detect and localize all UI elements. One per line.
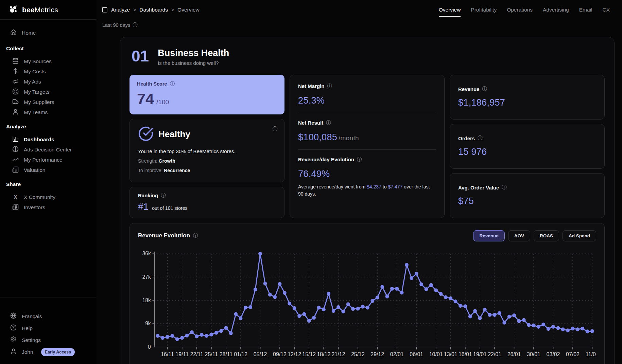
- svg-text:09/12: 09/12: [273, 351, 287, 358]
- section-header: 01 Business Health Is the business doing…: [129, 46, 605, 66]
- health-score-card[interactable]: Health Score ⓘ 74 /100: [129, 75, 284, 114]
- orders-card: Orders ⓘ 15 976: [450, 124, 605, 169]
- ad-spend-toggle-button[interactable]: Ad Spend: [563, 230, 596, 241]
- info-icon[interactable]: ⓘ: [482, 86, 487, 92]
- svg-text:01/12: 01/12: [234, 351, 247, 358]
- info-icon[interactable]: ⓘ: [273, 126, 277, 132]
- sidebar-item-investors[interactable]: Investors: [0, 202, 96, 213]
- revenue-day-value: 76.49%: [298, 169, 436, 179]
- tab-overview[interactable]: Overview: [439, 7, 461, 17]
- svg-text:18k: 18k: [142, 297, 151, 303]
- help-button[interactable]: Help: [0, 322, 96, 334]
- svg-text:28/11: 28/11: [220, 351, 233, 358]
- info-icon[interactable]: ⓘ: [161, 193, 166, 199]
- sidebar-item-label: My Costs: [24, 69, 46, 75]
- trending-up-icon: [12, 156, 19, 164]
- svg-text:9k: 9k: [145, 321, 151, 327]
- info-icon[interactable]: ⓘ: [193, 233, 198, 239]
- svg-text:27k: 27k: [142, 274, 151, 280]
- health-score-value: 74: [137, 90, 154, 108]
- sidebar-item-my-sources[interactable]: My Sources: [0, 56, 96, 67]
- revenue-day-note: Average revenue/day went from $4,237 to …: [298, 183, 436, 198]
- revenue-evolution-chart[interactable]: 09k18k27k36k16/1119/1122/1125/1128/1101/…: [138, 249, 596, 364]
- app-window: beeMetrics Home Collect My Sources My Co…: [0, 0, 622, 364]
- tab-profitability[interactable]: Profitability: [471, 7, 497, 17]
- sidebar-item-label: Valuation: [24, 167, 45, 173]
- early-access-badge: Early Access: [41, 348, 75, 356]
- revenue-value: $1,186,957: [458, 97, 596, 108]
- panel-left-icon[interactable]: [102, 7, 108, 13]
- database-icon: [12, 58, 19, 66]
- net-result-label: Net Result: [298, 120, 323, 126]
- sidebar-item-my-performance[interactable]: My Performance: [0, 155, 96, 165]
- sidebar-item-my-targets[interactable]: My Targets: [0, 87, 96, 97]
- sidebar-item-label: My Targets: [24, 89, 50, 95]
- sidebar-item-my-ads[interactable]: My Ads: [0, 77, 96, 87]
- net-margin-label: Net Margin: [298, 83, 325, 89]
- left-column: Health Score ⓘ 74 /100 Healthy: [129, 75, 284, 218]
- tab-email[interactable]: Email: [579, 7, 592, 17]
- tab-cx[interactable]: CX: [602, 7, 610, 17]
- tab-operations[interactable]: Operations: [507, 7, 533, 17]
- sidebar-section-share: Share: [0, 181, 96, 187]
- sidebar-item-x-community[interactable]: X X Community: [0, 192, 96, 202]
- language-label: Français: [22, 313, 42, 320]
- topbar: Analyze > Dashboards > Overview Overview…: [102, 0, 615, 17]
- info-icon[interactable]: ⓘ: [326, 120, 331, 126]
- sidebar: beeMetrics Home Collect My Sources My Co…: [0, 0, 96, 364]
- sidebar-item-label: Dashboards: [24, 136, 54, 143]
- sidebar-item-home[interactable]: Home: [0, 26, 96, 39]
- net-result-value: $100,085: [298, 132, 337, 142]
- settings-button[interactable]: Settings: [0, 334, 96, 346]
- breadcrumb-dashboards[interactable]: Dashboards: [139, 7, 168, 13]
- aov-value: $75: [458, 196, 596, 206]
- info-icon[interactable]: ⓘ: [502, 184, 506, 190]
- sidebar-item-valuation[interactable]: Valuation: [0, 165, 96, 175]
- svg-text:11/02: 11/02: [586, 351, 596, 358]
- sidebar-item-label: My Sources: [24, 58, 52, 65]
- section-number: 01: [132, 48, 149, 64]
- sidebar-section-collect: Collect: [0, 46, 96, 52]
- globe-icon: [10, 312, 17, 320]
- info-icon[interactable]: ⓘ: [327, 83, 332, 89]
- circle-check-icon: [138, 126, 154, 143]
- info-icon[interactable]: ⓘ: [478, 135, 482, 141]
- sidebar-item-dashboards[interactable]: Dashboards: [0, 134, 96, 145]
- improve-row: To improve: Recurrence: [138, 168, 276, 173]
- sidebar-item-my-suppliers[interactable]: My Suppliers: [0, 97, 96, 107]
- revenue-day-label: Revenue/day Evolution: [298, 157, 354, 162]
- sidebar-item-label: My Teams: [24, 109, 48, 115]
- period-label: Last 90 days: [102, 22, 130, 28]
- note-to-value: $7,477: [388, 184, 402, 189]
- help-circle-icon: [10, 324, 17, 332]
- period-selector[interactable]: Last 90 days ⓘ: [102, 22, 615, 28]
- sidebar-item-my-teams[interactable]: My Teams: [0, 107, 96, 117]
- svg-text:18/12: 18/12: [317, 351, 330, 358]
- sidebar-item-my-costs[interactable]: My Costs: [0, 67, 96, 77]
- net-margin-value: 25.3%: [298, 95, 436, 106]
- tab-advertising[interactable]: Advertising: [543, 7, 569, 17]
- sidebar-item-ads-decision-center[interactable]: Ads Decision Center: [0, 145, 96, 155]
- sidebar-item-label: My Suppliers: [24, 99, 54, 105]
- aov-card: Avg. Order Value ⓘ $75: [450, 173, 605, 218]
- breadcrumb-analyze[interactable]: Analyze: [111, 7, 130, 13]
- chart-metric-toggle: Revenue AOV ROAS Ad Spend: [473, 230, 596, 241]
- user-menu[interactable]: John Early Access: [0, 346, 96, 358]
- sidebar-item-label: Investors: [24, 204, 45, 211]
- strength-value: Growth: [159, 158, 175, 164]
- orders-label: Orders: [458, 135, 475, 141]
- svg-text:22/11: 22/11: [190, 351, 203, 358]
- roas-toggle-button[interactable]: ROAS: [534, 230, 559, 241]
- aov-toggle-button[interactable]: AOV: [508, 230, 530, 241]
- target-icon: [12, 88, 19, 96]
- revenue-toggle-button[interactable]: Revenue: [473, 230, 504, 241]
- svg-text:16/11: 16/11: [161, 351, 174, 358]
- sidebar-item-label: X Community: [24, 194, 55, 200]
- logo[interactable]: beeMetrics: [0, 0, 96, 20]
- bee-logo-icon: [8, 4, 18, 16]
- language-selector[interactable]: Français: [0, 310, 96, 322]
- info-icon[interactable]: ⓘ: [357, 157, 362, 163]
- info-icon[interactable]: ⓘ: [170, 81, 175, 87]
- home-icon: [10, 29, 17, 37]
- revenue-evolution-card: Revenue Evolution ⓘ Revenue AOV ROAS Ad …: [129, 223, 605, 364]
